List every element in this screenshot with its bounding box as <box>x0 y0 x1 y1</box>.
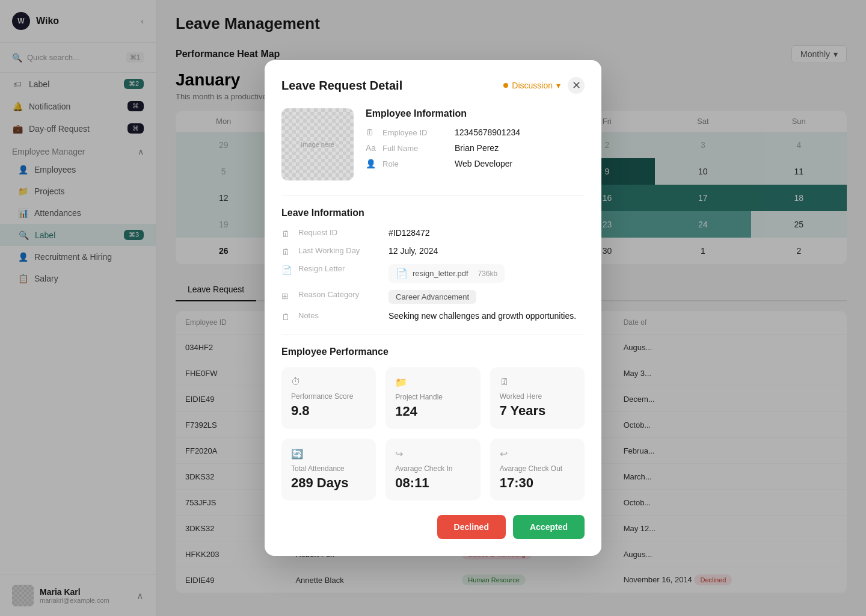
divider-1 <box>281 195 585 196</box>
last-working-day-value: 12 July, 2024 <box>388 246 438 256</box>
perf-card-label: Performance Score <box>291 392 366 401</box>
leave-request-modal: Leave Request Detail Discussion ▾ ✕ Imag… <box>265 60 601 556</box>
perf-card-icon: 📁 <box>395 377 470 388</box>
discussion-dot <box>503 83 508 88</box>
perf-card-label: Worked Here <box>500 392 575 401</box>
last-working-day-row: 🗓 Last Working Day 12 July, 2024 <box>281 246 585 257</box>
performance-card: 🗓 Worked Here 7 Years <box>490 367 585 429</box>
performance-card: 📁 Project Handle 124 <box>385 367 480 429</box>
fullname-value: Brian Perez <box>455 143 499 153</box>
role-icon: 👤 <box>366 159 376 168</box>
request-id-icon: 🗓 <box>281 229 292 239</box>
perf-card-icon: ↪ <box>395 448 470 460</box>
resign-letter-label: Resign Letter <box>298 264 382 273</box>
file-chip[interactable]: 📄 resign_letter.pdf 736kb <box>388 264 505 283</box>
discussion-button[interactable]: Discussion ▾ <box>503 81 560 90</box>
modal-overlay: Leave Request Detail Discussion ▾ ✕ Imag… <box>0 0 866 616</box>
role-row: 👤 Role Web Developer <box>366 159 585 168</box>
request-id-label: Request ID <box>298 228 382 237</box>
performance-card: 🔄 Total Attendance 289 Days <box>281 439 376 500</box>
leave-info-section-title: Leave Information <box>281 208 585 218</box>
resign-letter-icon: 📄 <box>281 265 292 275</box>
pdf-icon: 📄 <box>396 268 408 279</box>
modal-close-button[interactable]: ✕ <box>568 77 585 94</box>
request-id-value: #ID128472 <box>388 228 430 238</box>
perf-card-value: 124 <box>395 404 470 419</box>
performance-card: ↩ Avarage Check Out 17:30 <box>490 439 585 500</box>
employee-photo: Image here <box>281 108 354 180</box>
performance-section-title: Employee Performance <box>281 346 585 357</box>
employee-id-row: 🗓 Employee ID 12345678901234 <box>366 128 585 137</box>
modal-header: Leave Request Detail Discussion ▾ ✕ <box>281 77 585 94</box>
employee-id-value: 12345678901234 <box>455 128 520 137</box>
declined-button[interactable]: Declined <box>437 515 506 539</box>
file-size: 736kb <box>478 270 498 278</box>
notes-label: Notes <box>298 311 382 320</box>
perf-card-label: Project Handle <box>395 393 470 401</box>
employee-id-icon: 🗓 <box>366 128 376 137</box>
employee-info-section: Image here Employee Information 🗓 Employ… <box>281 108 585 180</box>
notes-row: 🗒 Notes Seeking new challenges and growt… <box>281 311 585 322</box>
perf-card-value: 17:30 <box>500 475 575 491</box>
resign-letter-row: 📄 Resign Letter 📄 resign_letter.pdf 736k… <box>281 264 585 283</box>
reason-category-icon: ⊞ <box>281 291 292 301</box>
perf-card-value: 9.8 <box>291 403 366 419</box>
reason-category-value: Career Advancement <box>388 290 476 304</box>
perf-card-icon: ⏱ <box>291 377 366 387</box>
perf-card-label: Avarage Check Out <box>500 464 575 473</box>
perf-card-label: Total Attendance <box>291 464 366 473</box>
perf-card-value: 08:11 <box>395 475 470 491</box>
file-name: resign_letter.pdf <box>413 269 468 278</box>
employee-details: Employee Information 🗓 Employee ID 12345… <box>366 108 585 180</box>
leave-info-grid: 🗓 Request ID #ID128472 🗓 Last Working Da… <box>281 228 585 322</box>
performance-card: ↪ Avarage Check In 08:11 <box>385 439 480 500</box>
perf-card-icon: ↩ <box>500 448 575 460</box>
fullname-icon: Aa <box>366 143 376 153</box>
modal-title: Leave Request Detail <box>281 79 402 93</box>
discussion-chevron-icon: ▾ <box>556 81 560 90</box>
employee-id-label: Employee ID <box>382 128 449 137</box>
modal-footer: Declined Accepted <box>281 515 585 539</box>
perf-card-value: 7 Years <box>500 403 575 419</box>
full-name-row: Aa Full Name Brian Perez <box>366 143 585 153</box>
role-label: Role <box>382 159 449 168</box>
perf-card-label: Avarage Check In <box>395 464 470 473</box>
notes-icon: 🗒 <box>281 312 292 322</box>
last-working-day-icon: 🗓 <box>281 247 292 257</box>
employee-info-title: Employee Information <box>366 108 585 119</box>
perf-card-value: 289 Days <box>291 475 366 491</box>
image-placeholder-label: Image here <box>281 108 354 180</box>
last-working-day-label: Last Working Day <box>298 246 382 255</box>
request-id-row: 🗓 Request ID #ID128472 <box>281 228 585 239</box>
performance-top-grid: ⏱ Performance Score 9.8 📁 Project Handle… <box>281 367 585 429</box>
role-value: Web Developer <box>455 159 512 168</box>
reason-category-row: ⊞ Reason Category Career Advancement <box>281 290 585 304</box>
performance-bottom-grid: 🔄 Total Attendance 289 Days ↪ Avarage Ch… <box>281 439 585 500</box>
perf-card-icon: 🗓 <box>500 377 575 387</box>
performance-card: ⏱ Performance Score 9.8 <box>281 367 376 429</box>
reason-category-label: Reason Category <box>298 290 382 299</box>
accepted-button[interactable]: Accepted <box>513 515 585 539</box>
fullname-label: Full Name <box>382 144 449 153</box>
discussion-label: Discussion <box>512 81 553 90</box>
divider-2 <box>281 334 585 334</box>
notes-value: Seeking new challenges and growth opport… <box>388 311 576 321</box>
perf-card-icon: 🔄 <box>291 448 366 460</box>
